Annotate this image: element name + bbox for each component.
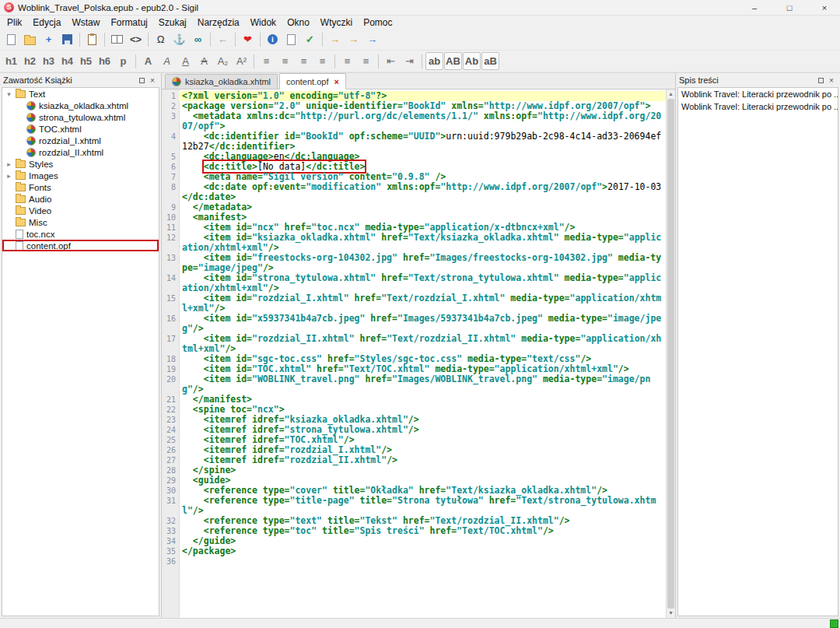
panel-float-button[interactable] <box>136 75 147 86</box>
code-line[interactable]: 4 <dc:identifier id="BookId" opf:scheme=… <box>162 132 666 152</box>
scroll-down-arrow-icon[interactable]: ▼ <box>667 609 675 618</box>
code-line[interactable]: 16 <item id="x5937341b4a7cb.jpeg" href="… <box>162 314 666 334</box>
scroll-up-arrow-icon[interactable]: ▲ <box>667 89 675 99</box>
decrease-indent-button[interactable]: ⇤ <box>382 52 400 70</box>
code-line[interactable]: 13 <item id="freestocks-org-104302.jpg" … <box>162 253 666 273</box>
paragraph-button[interactable]: p <box>114 52 132 70</box>
code-line[interactable]: 36 <box>162 556 666 567</box>
code-view-editor[interactable]: 1<?xml version="1.0" encoding="utf-8"?>2… <box>162 89 666 618</box>
align-left-button[interactable]: ≡ <box>257 52 275 70</box>
menu-widok[interactable]: Widok <box>245 16 282 29</box>
code-line[interactable]: 27 <itemref idref="rozdzial_II.xhtml"/> <box>162 455 666 465</box>
code-line[interactable]: 34 </guide> <box>162 536 666 546</box>
generate-toc-button[interactable] <box>282 30 300 48</box>
find-next-button[interactable]: → <box>326 30 344 48</box>
tree-item-folder-misc[interactable]: Misc <box>2 216 159 228</box>
toc-entry[interactable]: Woblink Travel: Literacki przewodnik po … <box>678 100 838 113</box>
tree-item-strona-tytulowa-xhtml[interactable]: strona_tytulowa.xhtml <box>2 111 159 123</box>
italic-button[interactable]: A <box>158 52 176 70</box>
metadata-editor-button[interactable] <box>264 30 282 48</box>
tree-expander-icon[interactable]: ▾ <box>5 90 12 98</box>
tree-item-folder-video[interactable]: Video <box>2 205 159 216</box>
code-line[interactable]: 12 <item id="ksiazka_okladka.xhtml" href… <box>162 233 666 253</box>
code-line[interactable]: 3 <metadata xmlns:dc="http://purl.org/dc… <box>162 111 666 132</box>
tree-item-folder-styles[interactable]: ▸Styles <box>2 158 159 170</box>
menu-plik[interactable]: Plik <box>2 16 27 29</box>
new-file-button[interactable] <box>2 30 20 48</box>
underline-button[interactable]: A <box>177 52 194 70</box>
insert-special-character-button[interactable]: Ω <box>152 30 170 48</box>
tree-item-ksiazka-okladka-xhtml[interactable]: ksiazka_okladka.xhtml <box>2 100 159 111</box>
menu-formatuj[interactable]: Formatuj <box>105 16 152 29</box>
replace-all-button[interactable]: → <box>363 30 381 48</box>
code-line[interactable]: 20 <item id="WOBLINK_travel.png" href="I… <box>162 374 666 395</box>
add-existing-files-button[interactable]: + <box>40 30 58 48</box>
lowercase-button[interactable]: ab <box>425 52 443 70</box>
heading-4-button[interactable]: h4 <box>58 52 76 70</box>
heading-2-button[interactable]: h2 <box>21 52 39 70</box>
code-line[interactable]: 15 <item id="rozdzial_I.xhtml" href="Tex… <box>162 293 666 314</box>
heading-3-button[interactable]: h3 <box>40 52 58 70</box>
menu-okno[interactable]: Okno <box>282 16 315 29</box>
tab-ksiazka-okladka[interactable]: ksiazka_okladka.xhtml <box>165 74 278 89</box>
tree-expander-icon[interactable]: ▸ <box>5 160 12 168</box>
save-button[interactable] <box>58 30 76 48</box>
capitalize-button[interactable]: aB <box>481 52 499 70</box>
tree-item-folder-fonts[interactable]: Fonts <box>2 181 159 193</box>
menu-wtyczki[interactable]: Wtyczki <box>315 16 358 29</box>
code-line[interactable]: 17 <item id="rozdzial_II.xhtml" href="Te… <box>162 334 666 354</box>
tree-item-folder-text[interactable]: ▾Text <box>2 88 159 100</box>
toc-float-button[interactable] <box>815 75 826 86</box>
superscript-button[interactable]: A² <box>233 52 250 70</box>
tree-item-content-opf[interactable]: content.opf <box>2 240 159 251</box>
tree-item-folder-audio[interactable]: Audio <box>2 193 159 205</box>
panel-close-button[interactable]: × <box>147 75 158 86</box>
back-button[interactable]: ← <box>214 30 232 48</box>
book-view-button[interactable] <box>108 30 126 48</box>
code-line[interactable]: 33 <reference type="toc" title="Spis tre… <box>162 526 666 536</box>
minimize-button[interactable]: – <box>739 0 770 16</box>
open-file-button[interactable] <box>21 30 39 48</box>
subscript-button[interactable]: A₂ <box>214 52 232 70</box>
tab-close-button[interactable]: × <box>333 77 339 86</box>
menu-edycja[interactable]: Edycja <box>27 16 66 29</box>
align-center-button[interactable]: ≡ <box>276 52 294 70</box>
scrollbar-thumb[interactable] <box>667 99 674 609</box>
tree-item-rozdzial-i-xhtml[interactable]: rozdzial_I.xhtml <box>2 135 159 146</box>
bulleted-list-button[interactable]: ≡ <box>338 52 356 70</box>
code-line[interactable]: 31 <reference type="title-page" title="S… <box>162 496 666 516</box>
insert-link-button[interactable]: ∞ <box>189 30 207 48</box>
heading-5-button[interactable]: h5 <box>77 52 95 70</box>
tree-item-folder-images[interactable]: ▸Images <box>2 170 159 181</box>
bold-button[interactable]: A <box>139 52 157 70</box>
heading-1-button[interactable]: h1 <box>2 52 20 70</box>
align-right-button[interactable]: ≡ <box>295 52 313 70</box>
code-line[interactable]: 28 </spine> <box>162 465 666 475</box>
increase-indent-button[interactable]: ⇥ <box>401 52 418 70</box>
close-button[interactable]: × <box>809 0 840 16</box>
numbered-list-button[interactable]: ≡ <box>357 52 375 70</box>
tree-item-toc-ncx[interactable]: toc.ncx <box>2 228 159 240</box>
uppercase-button[interactable]: AB <box>444 52 462 70</box>
heading-6-button[interactable]: h6 <box>96 52 114 70</box>
tree-item-toc-xhtml[interactable]: TOC.xhtml <box>2 123 159 135</box>
toc-close-button[interactable]: × <box>826 75 837 86</box>
menu-wstaw[interactable]: Wstaw <box>66 16 105 29</box>
tab-content-opf[interactable]: content.opf× <box>279 73 346 89</box>
align-justify-button[interactable]: ≡ <box>313 52 331 70</box>
toc-entry[interactable]: Woblink Travel: Literacki przewodnik po … <box>678 88 838 100</box>
menu-szukaj[interactable]: Szukaj <box>153 16 192 29</box>
strikethrough-button[interactable]: A <box>195 52 213 70</box>
menu-pomoc[interactable]: Pomoc <box>358 16 397 29</box>
editor-scrollbar[interactable]: ▲ ▼ <box>666 89 675 618</box>
code-line[interactable]: 8 <dc:date opf:event="modification" xmln… <box>162 182 666 202</box>
titlecase-button[interactable]: Ab <box>463 52 481 70</box>
tree-item-rozdzial-ii-xhtml[interactable]: rozdzial_II.xhtml <box>2 146 159 158</box>
code-line[interactable]: 35</package> <box>162 546 666 556</box>
donate-button[interactable]: ❤ <box>239 30 257 48</box>
maximize-button[interactable]: □ <box>774 0 805 16</box>
paste-button[interactable] <box>83 30 101 48</box>
menu-narzedzia[interactable]: Narzędzia <box>192 16 245 29</box>
code-line[interactable]: 14 <item id="strona_tytulowa.xhtml" href… <box>162 273 666 293</box>
tree-expander-icon[interactable]: ▸ <box>5 172 12 180</box>
